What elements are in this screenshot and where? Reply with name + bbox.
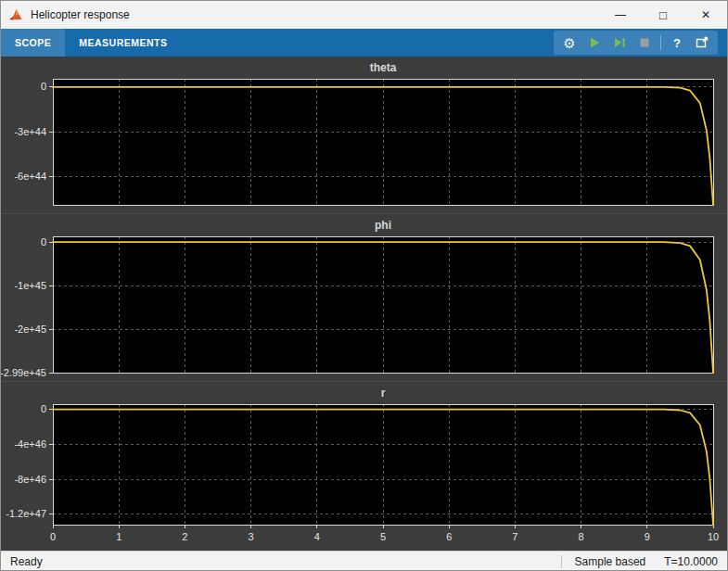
svg-text:2: 2 — [182, 531, 187, 542]
svg-text:7: 7 — [512, 531, 517, 542]
question-mark-icon: ? — [673, 37, 681, 49]
svg-text:-3e+44: -3e+44 — [14, 126, 46, 137]
status-bar: Ready Sample based T=10.0000 — [1, 551, 727, 571]
panel-theta: theta 0-3e+44-6e+44 — [1, 57, 727, 214]
panel-r: r 0-4e+46-8e+46-1.2e+47012345678910 — [1, 382, 727, 551]
tab-measurements[interactable]: MEASUREMENTS — [65, 29, 181, 57]
play-icon — [588, 36, 601, 49]
svg-text:-2.99e+45: -2.99e+45 — [1, 367, 46, 378]
status-right-group: Sample based T=10.0000 — [561, 555, 718, 568]
gear-step-icon: ⚙ — [563, 36, 575, 50]
scope-display-area: theta 0-3e+44-6e+44 phi 0-1e+45-2e+45-2.… — [1, 57, 727, 551]
status-time: T=10.0000 — [664, 555, 718, 568]
simulation-stepping-options-button[interactable]: ⚙ — [558, 32, 581, 53]
svg-text:-6e+44: -6e+44 — [14, 171, 46, 182]
dock-button[interactable] — [691, 32, 713, 53]
svg-text:5: 5 — [380, 531, 386, 542]
svg-text:9: 9 — [645, 531, 650, 542]
chart-canvas-theta[interactable]: 0-3e+44-6e+44 — [1, 57, 727, 213]
stop-button[interactable] — [633, 32, 656, 53]
step-forward-icon — [613, 36, 626, 49]
window-arrow-icon — [696, 36, 709, 49]
step-forward-button[interactable] — [608, 32, 631, 53]
plot-title-phi: phi — [53, 219, 713, 232]
svg-text:4: 4 — [314, 531, 320, 542]
svg-text:3: 3 — [249, 531, 254, 542]
svg-text:0: 0 — [50, 531, 56, 542]
plot-title-r: r — [53, 387, 713, 400]
tab-scope[interactable]: SCOPE — [1, 29, 65, 57]
svg-text:-1.2e+47: -1.2e+47 — [6, 508, 46, 519]
svg-text:0: 0 — [41, 236, 46, 247]
svg-text:6: 6 — [446, 531, 452, 542]
svg-text:0: 0 — [41, 403, 46, 414]
status-ready: Ready — [10, 555, 43, 568]
status-sample-based: Sample based — [561, 555, 646, 568]
svg-text:10: 10 — [708, 531, 719, 542]
svg-text:-1e+45: -1e+45 — [14, 280, 46, 291]
run-button[interactable] — [583, 32, 606, 53]
chart-canvas-phi[interactable]: 0-1e+45-2e+45-2.99e+45 — [1, 214, 727, 381]
toolbar-button-group: ⚙ ? — [554, 31, 718, 55]
plot-title-theta: theta — [53, 61, 713, 74]
close-button[interactable]: ✕ — [684, 1, 727, 29]
svg-text:-2e+45: -2e+45 — [14, 324, 46, 335]
svg-text:-8e+46: -8e+46 — [14, 474, 46, 485]
maximize-button[interactable]: □ — [642, 1, 684, 29]
svg-text:8: 8 — [579, 531, 584, 542]
window-controls: — □ ✕ — [599, 1, 727, 29]
matlab-app-icon — [8, 7, 23, 22]
toolbar: SCOPE MEASUREMENTS ⚙ ? — [1, 29, 727, 57]
toolbar-separator — [660, 35, 661, 50]
svg-text:-4e+46: -4e+46 — [14, 438, 46, 450]
svg-text:1: 1 — [116, 531, 121, 542]
window-title: Helicopter response — [31, 8, 130, 21]
chart-canvas-r[interactable]: 0-4e+46-8e+46-1.2e+47012345678910 — [1, 382, 727, 551]
help-button[interactable]: ? — [666, 32, 688, 53]
stop-icon — [639, 37, 650, 48]
panel-phi: phi 0-1e+45-2e+45-2.99e+45 — [1, 214, 727, 382]
minimize-button[interactable]: — — [599, 1, 642, 29]
titlebar: Helicopter response — □ ✕ — [1, 1, 727, 29]
svg-text:0: 0 — [41, 81, 46, 92]
